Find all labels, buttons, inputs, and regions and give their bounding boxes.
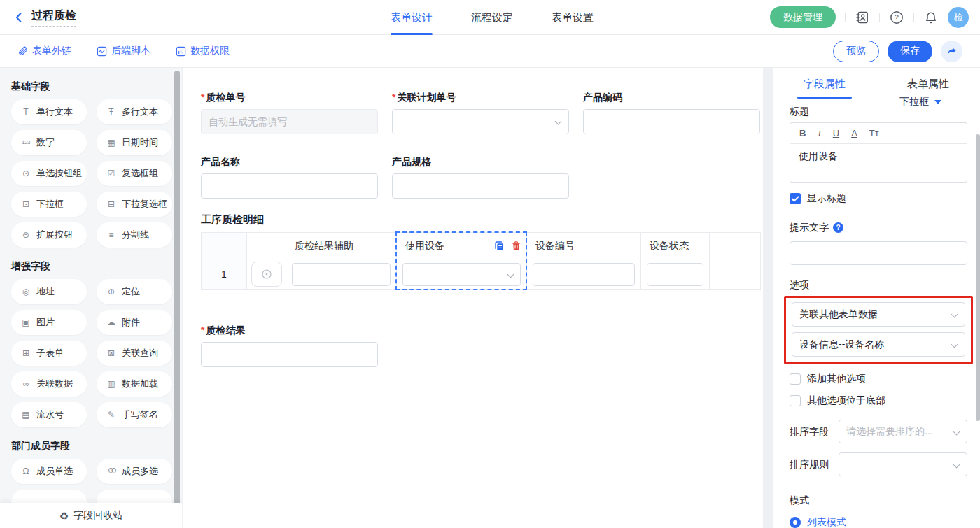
sidebar-item-extend-button[interactable]: ⊜扩展按钮 — [11, 222, 87, 248]
address-book-button[interactable] — [855, 10, 870, 25]
column-header-qc-result-helper[interactable]: 质检结果辅助 — [286, 233, 397, 259]
field-recycle-bin[interactable]: ♻ 字段回收站 — [0, 503, 182, 528]
toolbar-links: 表单外链 后端脚本 数据权限 — [18, 45, 230, 57]
sort-field-select[interactable]: 请选择需要排序的... — [839, 420, 967, 443]
field-product-name[interactable]: 产品名称 — [201, 155, 378, 199]
product-code-input[interactable] — [583, 109, 760, 134]
column-header-device-status[interactable]: 设备状态 — [641, 233, 710, 259]
notifications-button[interactable] — [923, 10, 939, 25]
underline-button[interactable]: U — [833, 128, 839, 138]
sidebar-item-location[interactable]: ⊕定位 — [97, 279, 172, 304]
data-permission-button[interactable]: 数据权限 — [176, 45, 230, 57]
field-product-code[interactable]: 产品编码 — [583, 90, 760, 134]
bold-button[interactable]: B — [799, 128, 806, 138]
data-manage-button[interactable]: 数据管理 — [770, 6, 836, 28]
help-circle-icon[interactable]: ? — [833, 222, 844, 233]
other-option-bottom-checkbox[interactable] — [790, 395, 801, 406]
sidebar-item-subform[interactable]: ⊞子表单 — [11, 341, 87, 366]
sidebar-item-lookup-query[interactable]: ⊠关联查询 — [97, 341, 172, 366]
add-other-option-row: 添加其他选项 — [790, 373, 967, 385]
sidebar-item-number[interactable]: 123数字 — [11, 130, 87, 155]
product-name-input[interactable] — [201, 173, 378, 199]
preview-button[interactable]: 预览 — [833, 41, 879, 62]
form-designer-app: 过程质检 表单设计 流程设定 表单设置 数据管理 ? 检 — [0, 0, 980, 528]
target-icon — [261, 269, 272, 280]
column-header-device-number[interactable]: 设备编号 — [527, 233, 641, 259]
sidebar-item-signature[interactable]: ✎手写签名 — [97, 402, 172, 427]
page-title[interactable]: 过程质检 — [31, 8, 76, 27]
options-section-label: 选项 — [790, 278, 967, 292]
tab-field-properties[interactable]: 字段属性 — [773, 68, 876, 101]
sidebar-item-image[interactable]: ▣图片 — [11, 310, 87, 335]
tab-form-settings[interactable]: 表单设置 — [552, 0, 594, 35]
hint-text-input[interactable] — [790, 241, 967, 265]
used-device-select[interactable] — [402, 263, 521, 286]
sidebar-item-checkbox-group[interactable]: ☑复选框组 — [97, 161, 172, 186]
sidebar-item-select[interactable]: ⊡下拉框 — [11, 192, 87, 217]
option-field-select[interactable]: 设备信息--设备名称 — [792, 332, 965, 357]
svg-text:?: ? — [895, 13, 899, 21]
device-status-input[interactable] — [647, 263, 704, 286]
back-button[interactable] — [11, 10, 27, 25]
sidebar-item-radio-group[interactable]: ⊙单选按钮组 — [11, 161, 87, 186]
backend-script-button[interactable]: 后端脚本 — [97, 45, 150, 57]
sidebar-item-divider[interactable]: ≡分割线 — [97, 222, 172, 248]
save-button[interactable]: 保存 — [888, 41, 932, 62]
other-option-bottom-row: 其他选项位于底部 — [790, 394, 967, 407]
row-number-cell: 1 — [202, 259, 247, 290]
add-other-option-checkbox[interactable] — [790, 373, 801, 385]
italic-button[interactable]: I — [818, 128, 820, 139]
sidebar-scrollbar[interactable] — [174, 71, 180, 524]
field-label: 质检结果 — [201, 323, 378, 337]
field-qc-number[interactable]: 质检单号 — [201, 90, 378, 134]
field-plan-number[interactable]: 关联计划单号 — [392, 90, 569, 134]
title-value-text[interactable]: 使用设备 — [790, 144, 967, 169]
sidebar-item-label: 定位 — [122, 285, 140, 298]
form-external-link-button[interactable]: 表单外链 — [18, 45, 71, 57]
plan-number-select[interactable] — [392, 109, 569, 134]
field-qc-result[interactable]: 质检结果 — [201, 323, 378, 367]
sidebar-item-member-multi[interactable]: ΩΩ成员多选 — [97, 459, 172, 484]
sidebar-item-multi-select[interactable]: ⊟下拉复选框 — [97, 192, 172, 217]
field-label: 关联计划单号 — [392, 90, 569, 104]
sidebar-item-multi-line-text[interactable]: Ŧ多行文本 — [97, 99, 172, 124]
device-number-input[interactable] — [533, 263, 635, 286]
option-source-select[interactable]: 关联其他表单数据 — [792, 302, 965, 327]
column-header-used-device[interactable]: 使用设备 — [397, 233, 527, 259]
product-spec-input[interactable] — [392, 173, 569, 199]
sidebar-item-member-single[interactable]: Ω成员单选 — [11, 459, 87, 484]
qc-result-input[interactable] — [201, 342, 378, 367]
sidebar-item-label: 成员单选 — [36, 465, 73, 478]
field-product-spec[interactable]: 产品规格 — [392, 155, 569, 199]
user-avatar[interactable]: 检 — [948, 7, 969, 28]
help-button[interactable]: ? — [889, 10, 904, 25]
field-type-select[interactable]: 下拉框 — [885, 92, 956, 113]
font-color-button[interactable]: A — [851, 128, 858, 138]
tab-flow-settings[interactable]: 流程设定 — [471, 0, 513, 35]
sidebar-item-datetime[interactable]: ▦日期时间 — [97, 130, 172, 155]
lookup-trigger-button[interactable] — [251, 262, 282, 287]
qc-number-input[interactable] — [201, 109, 378, 134]
sidebar-item-address[interactable]: ◎地址 — [11, 279, 87, 304]
sidebar-item-attachment[interactable]: ☁附件 — [97, 310, 172, 335]
window-scrollbar[interactable] — [976, 134, 980, 421]
font-size-button[interactable]: Tᴛ — [869, 128, 879, 138]
sidebar-item-linked-data[interactable]: ∞关联数据 — [11, 371, 87, 397]
address-book-icon — [855, 10, 869, 24]
field-label: 质检单号 — [201, 90, 378, 104]
divider-icon: ≡ — [106, 231, 117, 239]
sidebar-item-data-load[interactable]: ▥数据加载 — [97, 371, 172, 397]
title-rich-text-editor: B I U A Tᴛ 使用设备 — [790, 122, 967, 183]
hint-label: 提示文字 — [790, 220, 829, 234]
qc-result-helper-input[interactable] — [292, 263, 391, 286]
mode-list-radio[interactable] — [790, 517, 801, 528]
show-title-checkbox[interactable] — [790, 193, 801, 204]
sidebar-item-single-line-text[interactable]: T单行文本 — [11, 99, 87, 124]
copy-column-button[interactable] — [494, 241, 505, 251]
delete-column-button[interactable] — [511, 241, 522, 251]
sort-rule-select[interactable] — [839, 452, 967, 476]
sidebar-item-serial-number[interactable]: ▤流水号 — [11, 402, 87, 427]
tab-form-design[interactable]: 表单设计 — [391, 0, 433, 35]
share-button[interactable] — [941, 41, 962, 62]
sidebar-item-label: 扩展按钮 — [36, 229, 73, 241]
